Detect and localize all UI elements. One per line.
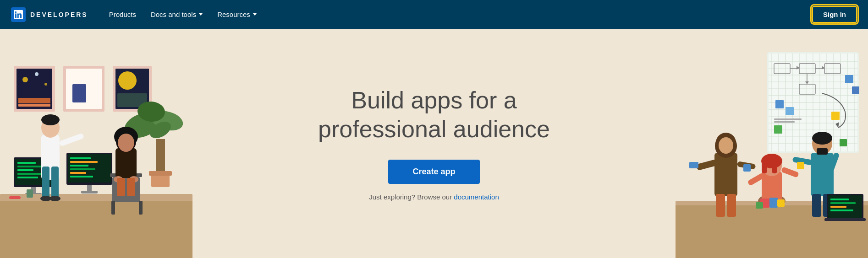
navbar: DEVELOPERS Products Docs and tools Resou… bbox=[0, 0, 868, 29]
hero-sub-label: Just exploring? Browse our bbox=[369, 193, 454, 201]
svg-rect-45 bbox=[0, 201, 192, 258]
nav-item-products[interactable]: Products bbox=[103, 7, 143, 22]
svg-rect-40 bbox=[70, 172, 86, 174]
svg-rect-31 bbox=[17, 177, 38, 178]
svg-rect-127 bbox=[727, 194, 736, 217]
svg-point-122 bbox=[719, 137, 733, 154]
svg-rect-143 bbox=[743, 164, 751, 172]
svg-point-48 bbox=[41, 114, 60, 125]
nav-item-resources[interactable]: Resources bbox=[211, 7, 263, 22]
svg-rect-7 bbox=[18, 104, 50, 107]
svg-rect-27 bbox=[17, 162, 36, 164]
svg-rect-29 bbox=[17, 169, 33, 171]
svg-rect-38 bbox=[70, 165, 88, 167]
svg-rect-149 bbox=[777, 199, 785, 207]
hero-illustration-left bbox=[0, 38, 192, 258]
svg-rect-131 bbox=[817, 148, 828, 155]
left-illustration-svg bbox=[0, 38, 192, 258]
svg-rect-147 bbox=[769, 198, 778, 208]
svg-rect-108 bbox=[775, 100, 784, 108]
svg-point-4 bbox=[35, 72, 38, 76]
svg-rect-65 bbox=[127, 178, 135, 196]
svg-point-53 bbox=[49, 196, 60, 201]
resources-label: Resources bbox=[217, 11, 250, 18]
brand-text: DEVELOPERS bbox=[30, 11, 88, 18]
svg-rect-43 bbox=[81, 191, 98, 194]
svg-rect-58 bbox=[115, 148, 137, 178]
svg-rect-145 bbox=[797, 162, 804, 169]
svg-rect-18 bbox=[156, 139, 165, 176]
svg-rect-24 bbox=[149, 171, 172, 176]
svg-rect-110 bbox=[845, 75, 853, 83]
svg-rect-6 bbox=[18, 98, 50, 103]
svg-rect-30 bbox=[17, 173, 45, 175]
navbar-nav: Products Docs and tools Resources bbox=[103, 7, 812, 22]
svg-rect-140 bbox=[762, 162, 767, 173]
linkedin-icon bbox=[14, 10, 23, 19]
svg-rect-28 bbox=[17, 166, 43, 167]
svg-rect-141 bbox=[772, 162, 777, 173]
svg-rect-156 bbox=[824, 218, 866, 221]
svg-rect-37 bbox=[70, 161, 98, 163]
svg-rect-124 bbox=[689, 162, 698, 168]
svg-rect-42 bbox=[87, 185, 92, 192]
svg-rect-115 bbox=[774, 118, 802, 120]
sign-in-button[interactable]: Sign In bbox=[812, 6, 857, 23]
svg-rect-64 bbox=[117, 178, 125, 196]
svg-rect-116 bbox=[774, 121, 795, 123]
hero-sub-text: Just exploring? Browse our documentation bbox=[318, 193, 550, 201]
hero-section: Build apps for a professional audience C… bbox=[0, 29, 868, 258]
hero-content: Build apps for a professional audience C… bbox=[318, 86, 550, 201]
svg-rect-112 bbox=[831, 112, 840, 120]
svg-rect-152 bbox=[830, 199, 849, 200]
svg-rect-114 bbox=[840, 139, 847, 146]
create-app-button[interactable]: Create app bbox=[388, 160, 480, 184]
hero-title-line1: Build apps for a bbox=[351, 87, 516, 113]
right-illustration-svg bbox=[676, 38, 868, 258]
svg-rect-119 bbox=[714, 153, 737, 196]
chevron-down-icon bbox=[253, 13, 257, 16]
svg-rect-39 bbox=[70, 168, 95, 170]
svg-rect-41 bbox=[70, 176, 93, 177]
svg-rect-66 bbox=[9, 196, 21, 199]
nav-item-docs[interactable]: Docs and tools bbox=[144, 7, 209, 22]
svg-point-15 bbox=[118, 71, 137, 90]
svg-rect-126 bbox=[716, 194, 725, 217]
svg-rect-155 bbox=[830, 210, 853, 211]
svg-rect-113 bbox=[774, 125, 782, 134]
svg-point-5 bbox=[44, 83, 47, 86]
svg-rect-109 bbox=[786, 107, 794, 115]
svg-point-3 bbox=[22, 77, 28, 82]
svg-point-130 bbox=[812, 132, 832, 145]
navbar-actions: Sign In bbox=[812, 6, 857, 23]
linkedin-logo-icon bbox=[11, 7, 26, 22]
svg-rect-51 bbox=[51, 167, 59, 199]
svg-rect-50 bbox=[42, 167, 49, 199]
svg-rect-36 bbox=[70, 157, 91, 159]
svg-rect-57 bbox=[139, 201, 143, 215]
svg-rect-153 bbox=[830, 202, 856, 204]
brand[interactable]: DEVELOPERS bbox=[11, 7, 88, 22]
svg-rect-148 bbox=[756, 202, 763, 209]
chevron-down-icon bbox=[199, 13, 203, 16]
docs-label: Docs and tools bbox=[151, 11, 196, 18]
products-label: Products bbox=[109, 11, 136, 18]
svg-point-61 bbox=[118, 134, 134, 152]
hero-title-line2: professional audience bbox=[318, 116, 550, 142]
documentation-link[interactable]: documentation bbox=[454, 193, 499, 201]
svg-rect-56 bbox=[111, 201, 115, 215]
svg-rect-12 bbox=[72, 84, 86, 102]
svg-rect-154 bbox=[830, 206, 846, 208]
svg-rect-111 bbox=[852, 86, 859, 94]
hero-illustration-right bbox=[676, 38, 868, 258]
svg-rect-134 bbox=[812, 194, 821, 217]
hero-title: Build apps for a professional audience bbox=[318, 86, 550, 143]
svg-rect-67 bbox=[27, 189, 33, 198]
